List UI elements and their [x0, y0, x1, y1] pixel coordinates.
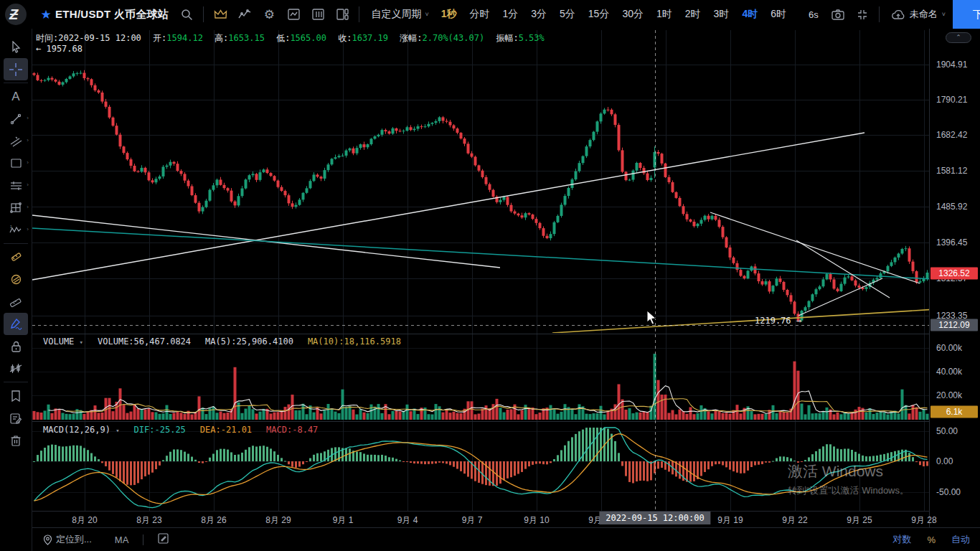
- volume-pane-header: VOLUME ▾ VOLUME:56,467.0824 MA(5):25,906…: [43, 336, 401, 347]
- search-icon[interactable]: [174, 0, 199, 29]
- timeframe-1秒[interactable]: 1秒: [435, 8, 463, 21]
- axis-time-label: 8月 26: [201, 514, 226, 527]
- axis-time-label: 9月 28: [911, 514, 936, 527]
- macd-pane-header: MACD(12,26,9) ▾ DIF:-25.25 DEA:-21.01 MA…: [43, 425, 318, 435]
- trading-terminal: Ƶ ★ ETH/USDT 火币全球站 ⚙: [0, 0, 980, 551]
- custom-period-dropdown[interactable]: 自定义周期˅: [371, 8, 428, 21]
- volume-value-badge: 6.1k: [930, 406, 978, 418]
- huobi-logo-icon: Ƶ: [5, 4, 27, 25]
- ohlc-readout: 时间:2022-09-15 12:00 开:1594.12 高:1653.15 …: [36, 32, 551, 44]
- volume-ma5: MA(5):25,906.4100: [205, 336, 293, 347]
- axis-time-label: 9月 22: [782, 514, 807, 527]
- axis-time-label: 8月 23: [136, 514, 161, 527]
- screenshot-camera-icon[interactable]: [826, 0, 850, 29]
- axis-price-label: 1790.21: [936, 95, 967, 105]
- last-price-badge: 1326.52: [930, 268, 978, 280]
- layout-name: 未命名: [910, 8, 938, 21]
- axis-price-label: 0.00: [936, 456, 953, 466]
- axis-price-label: 40.00k: [936, 367, 962, 377]
- chart-bottom-bar: 定位到... MA 对数 % 自动: [32, 527, 980, 551]
- volume-dropdown[interactable]: VOLUME ▾: [43, 336, 83, 347]
- settings-gear-icon[interactable]: ⚙: [257, 0, 281, 29]
- timeframe-30分[interactable]: 30分: [616, 8, 650, 21]
- macd-dropdown[interactable]: MACD(12,26,9) ▾: [43, 425, 120, 435]
- axis-price-label: 1682.42: [936, 130, 967, 140]
- timeframe-分时[interactable]: 分时: [463, 8, 496, 21]
- volume-ma10: MA(10):18,116.5918: [308, 336, 401, 347]
- symbol-title[interactable]: ETH/USDT 火币全球站: [55, 8, 169, 22]
- log-scale-toggle[interactable]: 对数: [892, 533, 911, 546]
- timeframe-1分[interactable]: 1分: [496, 8, 524, 21]
- axis-price-label: 20.00k: [936, 390, 962, 400]
- percent-scale-toggle[interactable]: %: [927, 534, 936, 545]
- auto-scale-toggle[interactable]: 自动: [951, 533, 970, 546]
- macd-dea-value: DEA:-21.01: [200, 425, 252, 435]
- axis-price-label: 1581.12: [936, 166, 967, 176]
- bar-countdown: 6s: [809, 9, 819, 20]
- collapse-panel-button[interactable]: ⌃: [946, 32, 971, 43]
- axis-time-label: 8月 20: [72, 514, 97, 527]
- timeframe-6时[interactable]: 6时: [764, 8, 793, 21]
- axis-time-label: 9月 19: [717, 514, 743, 527]
- axis-time-label: 9月 1: [333, 514, 354, 527]
- timeframe-3分[interactable]: 3分: [524, 8, 553, 21]
- time-axis[interactable]: 8月 208月 238月 268月 299月 19月 49月 79月 109月 …: [32, 511, 929, 527]
- indicators-icon[interactable]: [232, 0, 257, 29]
- axis-price-label: 1904.91: [936, 60, 967, 70]
- timeframe-1时[interactable]: 1时: [650, 8, 679, 21]
- axis-time-label: 8月 29: [265, 514, 291, 527]
- axis-time-label: 9月 25: [847, 514, 872, 527]
- chart-panel-icon[interactable]: [281, 0, 306, 29]
- price-axis[interactable]: ⌃ 1904.911790.211682.421581.121485.92139…: [929, 29, 980, 527]
- timeframe-2时[interactable]: 2时: [679, 8, 707, 21]
- chart-canvas[interactable]: [0, 29, 980, 527]
- place-order-button[interactable]: 下单: [953, 0, 980, 29]
- crosshair-price-badge: 1212.09: [930, 319, 978, 331]
- timeframe-15分[interactable]: 15分: [582, 8, 616, 21]
- axis-time-label: 9月 7: [462, 514, 483, 527]
- axis-price-label: -50.00: [936, 487, 961, 497]
- vip-crown-icon[interactable]: [208, 0, 232, 29]
- axis-time-label: 9月 10: [524, 514, 549, 527]
- cloud-upload-icon: [891, 9, 905, 20]
- axis-price-label: 1485.92: [936, 202, 967, 212]
- ma-toggle-button[interactable]: MA: [115, 534, 129, 545]
- swing-low-price-label: 1219.76 →: [755, 316, 801, 326]
- edit-indicators-icon[interactable]: [158, 533, 169, 546]
- go-to-date-button[interactable]: 定位到...: [43, 533, 92, 546]
- axis-price-label: 1396.45: [936, 237, 967, 248]
- timeframe-3时[interactable]: 3时: [707, 8, 736, 21]
- axis-price-label: 50.00: [936, 426, 958, 436]
- depth-panel-icon[interactable]: [306, 0, 330, 29]
- layout-grid-icon[interactable]: [330, 0, 354, 29]
- cloud-layout-dropdown[interactable]: 未命名˅: [891, 8, 946, 21]
- macd-hist-value: MACD:-8.47: [266, 425, 318, 435]
- axis-price-label: 60.00k: [936, 343, 962, 353]
- price-level-label: ← 1957.68: [36, 44, 83, 54]
- map-pin-icon: [43, 534, 52, 545]
- favorite-star-icon[interactable]: ★: [37, 0, 55, 29]
- macd-dif-value: DIF:-25.25: [134, 425, 186, 435]
- volume-value: VOLUME:56,467.0824: [98, 336, 191, 347]
- exit-fullscreen-icon[interactable]: [850, 0, 875, 29]
- axis-time-label: 9月 4: [397, 514, 418, 527]
- timeframe-4时[interactable]: 4时: [735, 8, 764, 21]
- top-toolbar: Ƶ ★ ETH/USDT 火币全球站 ⚙: [0, 0, 980, 29]
- timeframe-group: 1秒分时1分3分5分15分30分1时2时3时4时6时: [435, 8, 793, 21]
- crosshair-time-tooltip: 2022-09-15 12:00:00: [599, 512, 710, 524]
- timeframe-5分[interactable]: 5分: [553, 8, 582, 21]
